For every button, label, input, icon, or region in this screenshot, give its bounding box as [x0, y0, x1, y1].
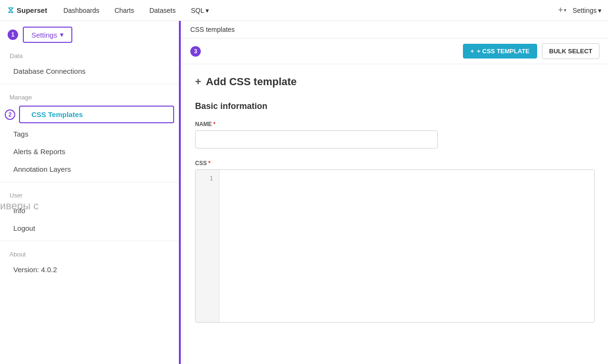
sidebar-item-logout[interactable]: Logout [0, 219, 179, 237]
css-label: CSS * [195, 160, 595, 167]
sidebar-divider-3 [0, 241, 179, 241]
breadcrumb: CSS templates [190, 26, 235, 33]
content-main: + Add CSS template Basic information NAM… [181, 64, 609, 345]
name-required: * [213, 121, 216, 128]
sidebar-item-tags[interactable]: Tags [0, 125, 179, 143]
sidebar-item-css-templates[interactable]: CSS Templates [19, 106, 174, 123]
sidebar-item-version: Version: 4.0.2 [0, 261, 179, 278]
sidebar-item-database-connections[interactable]: Database Connections [0, 62, 179, 80]
nav-charts[interactable]: Charts [112, 5, 137, 16]
nav-plus-button[interactable]: + ▾ [558, 5, 567, 15]
data-section-label: Data [0, 47, 179, 62]
main-layout: 1 Settings ▾ Data Database Connections M… [0, 21, 609, 364]
nav-settings-button[interactable]: Settings ▾ [572, 7, 601, 14]
user-section-label: User [0, 186, 179, 202]
add-template-text: Add CSS template [206, 76, 297, 88]
content-area: CSS templates 3 + + CSS TEMPLATE BULK SE… [181, 21, 609, 364]
top-nav: ⧖ Superset Dashboards Charts Datasets SQ… [0, 0, 609, 21]
basic-info-title: Basic information [195, 101, 595, 111]
add-css-template-button[interactable]: + + CSS TEMPLATE [463, 44, 537, 59]
add-title-icon: + [195, 76, 201, 88]
add-template-title: + Add CSS template [195, 76, 595, 88]
name-form-group: NAME * [195, 121, 595, 148]
step3-badge: 3 [190, 46, 201, 57]
sidebar-item-alerts-reports[interactable]: Alerts & Reports [0, 143, 179, 160]
nav-right: + ▾ Settings ▾ [558, 5, 601, 15]
step1-badge: 1 [8, 30, 18, 40]
line-numbers: 1 [196, 170, 219, 322]
settings-dropdown-button[interactable]: Settings ▾ [23, 27, 72, 43]
sidebar-item-info[interactable]: Info [0, 202, 179, 219]
about-section-label: About [0, 245, 179, 261]
nav-sql[interactable]: SQL ▾ [188, 5, 212, 16]
line-number-1: 1 [201, 175, 213, 182]
sidebar-item-annotation-layers[interactable]: Annotation Layers [0, 160, 179, 178]
content-header: CSS templates [181, 21, 609, 39]
manage-section-label: Manage [0, 88, 179, 104]
nav-datasets[interactable]: Datasets [147, 5, 178, 16]
name-input[interactable] [195, 130, 438, 148]
sidebar-divider-1 [0, 84, 179, 84]
plus-icon: + [471, 48, 474, 55]
sidebar: 1 Settings ▾ Data Database Connections M… [0, 21, 181, 364]
css-required: * [208, 160, 211, 167]
css-code-editor[interactable] [219, 170, 594, 322]
css-editor-wrapper: 1 [195, 169, 595, 323]
sidebar-header: 1 Settings ▾ [0, 21, 179, 47]
nav-dashboards[interactable]: Dashboards [60, 5, 102, 16]
logo-text: Superset [17, 6, 47, 14]
sidebar-divider-2 [0, 182, 179, 182]
superset-logo-icon: ⧖ [8, 5, 14, 15]
css-form-group: CSS * 1 [195, 160, 595, 323]
name-label: NAME * [195, 121, 595, 128]
content-topbar: 3 + + CSS TEMPLATE BULK SELECT [181, 39, 609, 64]
step2-badge: 2 [5, 109, 15, 120]
bulk-select-button[interactable]: BULK SELECT [542, 43, 599, 59]
logo-area: ⧖ Superset [8, 5, 47, 15]
